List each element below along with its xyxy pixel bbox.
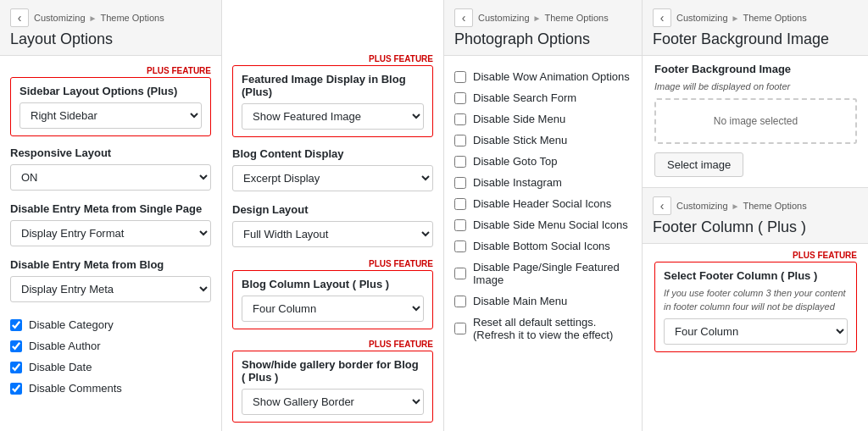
cb-page-featured-input[interactable] [454,268,466,279]
blog-content-section: Blog Content Display Excerpt Display Ful… [232,147,433,191]
disable-entry-single-label: Disable Entry Meta from Single Page [10,202,211,215]
panel4-top-breadcrumb-section: Theme Options [743,13,806,23]
blog-content-select[interactable]: Excerpt Display Full Content Display [232,165,433,191]
featured-image-select[interactable]: Show Featured Image Hide Featured Image [242,103,424,130]
panel-photograph-options: ‹ Customizing ► Theme Options Photograph… [444,0,643,431]
disable-entry-single-select[interactable]: Display Entry Format Hide Entry Format [10,220,211,246]
cb-search-input[interactable] [454,92,466,104]
featured-image-label: Featured Image Display in Blog (Plus) [242,73,424,98]
cb-side-menu-input[interactable] [454,113,466,125]
panel3-title: Photograph Options [454,30,632,48]
design-layout-label: Design Layout [232,203,433,216]
panel1-body: PLUS FEATURE Sidebar Layout Options (Plu… [0,56,221,431]
panel2-plus-label-2: PLUS FEATURE [232,259,433,268]
gallery-border-section: Show/hide gallery border for Blog ( Plus… [232,351,433,423]
panel-blog-options: PLUS FEATURE Featured Image Display in B… [222,0,444,431]
checkbox-disable-comments-input[interactable] [10,383,22,395]
cb-reset-label: Reset all default settings. (Refresh it … [473,316,632,341]
select-image-button[interactable]: Select image [654,152,743,177]
cb-wow-label: Disable Wow Animation Options [473,70,630,83]
cb-reset-input[interactable] [454,323,466,334]
cb-reset: Reset all default settings. (Refresh it … [454,312,632,345]
sidebar-layout-section: Sidebar Layout Options (Plus) Right Side… [10,77,211,136]
panel1-breadcrumb: Customizing ► Theme Options [34,13,164,23]
panel4-top-back-button[interactable]: ‹ [653,8,671,27]
panel3-breadcrumb: Customizing ► Theme Options [478,13,609,23]
panel3-breadcrumb-root: Customizing [478,13,530,23]
cb-side-menu-social-label: Disable Side Menu Social Icons [473,218,628,231]
cb-side-menu: Disable Side Menu [454,108,632,130]
panel1-title: Layout Options [10,30,211,48]
sidebar-layout-select[interactable]: Right Sidebar Left Sidebar No Sidebar [19,102,202,129]
checkbox-disable-author-input[interactable] [10,340,22,352]
panel3-breadcrumb-section: Theme Options [544,13,608,23]
panel4-bottom-breadcrumb: Customizing ► Theme Options [676,201,807,211]
panel4-top-breadcrumb: Customizing ► Theme Options [676,13,807,23]
footer-column-select[interactable]: One Column Two Column Three Column Four … [664,318,848,345]
cb-goto-top: Disable Goto Top [454,151,632,172]
panel4-top-header: ‹ Customizing ► Theme Options Footer Bac… [643,0,868,56]
cb-search-label: Disable Search Form [473,91,576,104]
panel4-bottom-body: PLUS FEATURE Select Footer Column ( Plus… [643,244,868,373]
panel2-plus-label-1: PLUS FEATURE [232,54,433,64]
cb-stick-menu-label: Disable Stick Menu [473,134,567,146]
cb-goto-top-input[interactable] [454,156,466,168]
panel1-header: ‹ Customizing ► Theme Options Layout Opt… [0,0,221,56]
blog-column-select[interactable]: One Column Two Column Three Column Four … [242,296,424,322]
disable-entry-single-section: Disable Entry Meta from Single Page Disp… [10,202,211,246]
cb-instagram-input[interactable] [454,177,466,189]
checkbox-disable-date-label: Disable Date [29,361,92,373]
cb-side-menu-social-input[interactable] [454,219,466,231]
panel3-header: ‹ Customizing ► Theme Options Photograph… [444,0,642,56]
footer-bg-image-label: Footer Background Image [654,63,857,75]
cb-main-menu-label: Disable Main Menu [473,295,567,307]
panel4-bottom-title: Footer Column ( Plus ) [653,218,859,236]
panel4-bottom-breadcrumb-section: Theme Options [743,201,806,211]
checkbox-disable-author-label: Disable Author [29,340,101,352]
cb-instagram-label: Disable Instagram [473,176,562,189]
panel2-plus-label-3: PLUS FEATURE [232,340,433,349]
cb-stick-menu: Disable Stick Menu [454,130,632,151]
panel4-plus-label: PLUS FEATURE [654,251,857,260]
cb-goto-top-label: Disable Goto Top [473,155,558,168]
cb-header-social-input[interactable] [454,198,466,210]
design-layout-select[interactable]: Full Width Layout Boxed Layout [232,221,433,247]
disable-entry-blog-select[interactable]: Display Entry Meta Hide Entry Meta [10,276,211,302]
cb-bottom-social-label: Disable Bottom Social Icons [473,240,610,252]
footer-column-section: Select Footer Column ( Plus ) If you use… [654,262,857,352]
cb-wow-input[interactable] [454,71,466,83]
panel1-back-button[interactable]: ‹ [10,8,29,27]
cb-header-social: Disable Header Social Icons [454,193,632,214]
footer-column-sublabel: If you use footer column 3 then your con… [664,287,848,313]
cb-main-menu-input[interactable] [454,296,466,307]
footer-no-image-text: No image selected [714,115,798,127]
gallery-border-select[interactable]: Show Gallery Border Hide Gallery Border [242,389,424,415]
panel1-breadcrumb-root: Customizing [34,13,86,23]
panel3-back-button[interactable]: ‹ [454,8,473,27]
cb-instagram: Disable Instagram [454,172,632,193]
disable-entry-blog-label: Disable Entry Meta from Blog [10,258,211,271]
cb-wow: Disable Wow Animation Options [454,66,632,87]
cb-main-menu: Disable Main Menu [454,290,632,312]
panel4-bottom-header: ‹ Customizing ► Theme Options Footer Col… [643,188,868,244]
cb-side-menu-label: Disable Side Menu [473,113,565,125]
checkbox-disable-comments-label: Disable Comments [29,382,122,395]
blog-column-section: Blog Column Layout ( Plus ) One Column T… [232,270,433,329]
cb-header-social-label: Disable Header Social Icons [473,197,611,210]
panel4-bottom: ‹ Customizing ► Theme Options Footer Col… [643,188,868,431]
panel1-breadcrumb-section: Theme Options [100,13,164,23]
footer-column-label: Select Footer Column ( Plus ) [664,269,848,282]
cb-bottom-social: Disable Bottom Social Icons [454,235,632,257]
responsive-layout-select[interactable]: ON OFF [10,164,211,191]
panel4-top: ‹ Customizing ► Theme Options Footer Bac… [643,0,868,188]
cb-stick-menu-input[interactable] [454,135,466,146]
design-layout-section: Design Layout Full Width Layout Boxed La… [232,203,433,247]
cb-bottom-social-input[interactable] [454,240,466,252]
panel4-bottom-back-button[interactable]: ‹ [653,196,671,215]
panel4-bottom-breadcrumb-root: Customizing [676,201,728,211]
panel4-top-breadcrumb-root: Customizing [676,13,728,23]
checkbox-disable-category-input[interactable] [10,319,22,331]
gallery-border-label: Show/hide gallery border for Blog ( Plus… [242,358,424,384]
sidebar-layout-label: Sidebar Layout Options (Plus) [19,85,202,97]
checkbox-disable-date-input[interactable] [10,362,22,373]
